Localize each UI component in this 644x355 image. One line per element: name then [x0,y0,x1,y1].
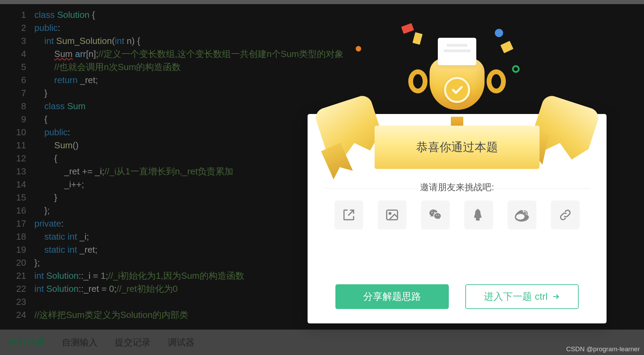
svg-point-1 [389,213,391,214]
close-icon[interactable] [589,122,598,130]
share-open-external-icon[interactable] [334,201,363,229]
action-row: 分享解题思路 进入下一题 ctrl [308,284,607,309]
ribbon: 恭喜你通过本题 [337,110,577,179]
share-qq-icon[interactable] [464,201,493,229]
share-link-icon[interactable] [551,201,580,229]
next-problem-button[interactable]: 进入下一题 ctrl [465,284,579,309]
divider [494,188,590,188]
arrow-right-icon [552,293,560,301]
watermark: CSDN @program-learner [566,345,640,353]
success-modal: 恭喜你通过本题 邀请朋友来挑战吧: 分享解题思路 进入下一题 ctrl [308,114,607,323]
share-wechat-icon[interactable] [421,201,450,229]
share-solution-button[interactable]: 分享解题思路 [335,284,449,309]
share-image-icon[interactable] [378,201,407,229]
share-weibo-icon[interactable] [508,201,536,229]
success-title: 恭喜你通过本题 [375,126,540,169]
invite-text: 邀请朋友来挑战吧: [308,181,607,193]
share-row [308,201,607,229]
next-problem-label: 进入下一题 ctrl [484,290,547,303]
